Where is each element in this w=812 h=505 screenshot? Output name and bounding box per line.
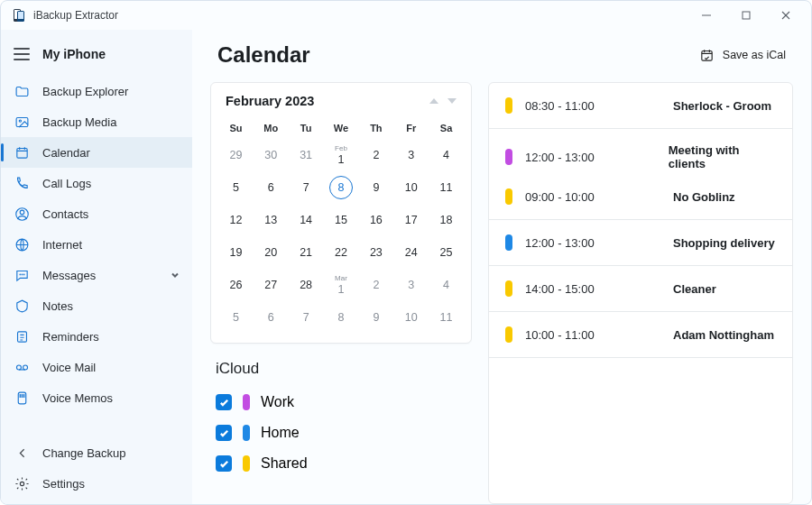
calendar-day[interactable]: 17 <box>393 204 429 236</box>
sidebar-item-backup-explorer[interactable]: Backup Explorer <box>1 76 192 106</box>
calendar-day[interactable]: 11 <box>429 171 464 204</box>
calendar-icon <box>14 144 30 161</box>
calendar-day[interactable]: 22 <box>324 236 359 269</box>
calendar-day[interactable]: 19 <box>218 236 254 269</box>
calendar-day[interactable]: 18 <box>429 204 464 236</box>
calendar-day[interactable]: 28 <box>289 269 324 301</box>
event-time: 09:00 - 10:00 <box>525 190 660 204</box>
sidebar-item-change-backup[interactable]: Change Backup <box>1 437 192 468</box>
hamburger-icon[interactable] <box>14 46 30 62</box>
note-icon <box>14 298 30 314</box>
maximize-button[interactable] <box>726 1 766 30</box>
calendar-day[interactable]: 14 <box>289 204 324 236</box>
calendar-day[interactable]: 3 <box>393 139 429 171</box>
event-day-group: 12:00 - 13:00Meeting with clients09:00 -… <box>489 129 792 220</box>
event-day-group: 14:00 - 15:00Cleaner <box>489 266 792 312</box>
calendar-day[interactable]: 16 <box>358 204 393 236</box>
svg-point-26 <box>23 396 24 397</box>
calendar-day[interactable]: Mar1 <box>324 269 359 301</box>
calendar-day[interactable]: 10 <box>393 301 429 334</box>
sidebar-item-voice-mail[interactable]: Voice Mail <box>1 352 192 382</box>
calendar-next-button[interactable] <box>448 98 457 104</box>
nav-list: Backup ExplorerBackup MediaCalendarCall … <box>1 76 192 437</box>
calendar-day[interactable]: 27 <box>254 269 289 301</box>
event-row[interactable]: 10:00 - 11:00Adam Nottingham <box>489 317 792 352</box>
sidebar-item-reminders[interactable]: Reminders <box>1 321 192 352</box>
calendar-day[interactable]: Feb1 <box>324 139 359 171</box>
event-row[interactable]: 12:00 - 13:00Meeting with clients <box>489 134 792 179</box>
nav-bottom: Change BackupSettings <box>1 437 192 504</box>
event-title: Cleaner <box>673 282 716 296</box>
calendar-day[interactable]: 3 <box>393 269 429 301</box>
calendar-day[interactable]: 5 <box>218 171 254 204</box>
svg-point-23 <box>23 394 24 395</box>
calendar-day[interactable]: 31 <box>289 139 324 171</box>
sidebar-item-backup-media[interactable]: Backup Media <box>1 106 192 137</box>
close-button[interactable] <box>766 1 806 30</box>
event-row[interactable]: 14:00 - 15:00Cleaner <box>489 271 792 306</box>
calendar-prev-button[interactable] <box>429 98 438 104</box>
sidebar-item-calendar[interactable]: Calendar <box>1 137 192 168</box>
calendar-name-label: Shared <box>261 455 308 472</box>
calendar-day[interactable]: 25 <box>429 236 464 269</box>
checkbox-icon[interactable] <box>216 394 232 410</box>
device-header[interactable]: My iPhone <box>1 34 192 74</box>
calendar-toggle-shared[interactable]: Shared <box>216 448 466 479</box>
calendar-toggle-work[interactable]: Work <box>216 387 466 418</box>
calendar-dow: We <box>324 117 359 139</box>
sidebar-item-settings[interactable]: Settings <box>1 468 192 499</box>
calendar-day[interactable]: 4 <box>429 269 464 301</box>
calendar-day[interactable]: 8 <box>324 171 359 204</box>
calendar-name-label: Work <box>261 394 294 410</box>
sidebar-item-voice-memos[interactable]: Voice Memos <box>1 382 192 413</box>
calendar-day[interactable]: 5 <box>218 301 254 334</box>
calendar-day[interactable]: 20 <box>254 236 289 269</box>
calendar-day[interactable]: 21 <box>289 236 324 269</box>
event-row[interactable]: 12:00 - 13:00Shopping delivery <box>489 225 792 260</box>
checkbox-icon[interactable] <box>216 425 232 441</box>
checkbox-icon[interactable] <box>216 455 232 472</box>
event-color-pill <box>505 234 512 251</box>
calendar-day[interactable]: 4 <box>429 139 464 171</box>
calendar-day[interactable]: 10 <box>393 171 429 204</box>
event-title: Sherlock - Groom <box>673 99 771 113</box>
calendar-day[interactable]: 13 <box>254 204 289 236</box>
events-list[interactable]: 08:30 - 11:00Sherlock - Groom12:00 - 13:… <box>488 82 793 504</box>
back-icon <box>14 445 30 461</box>
calendar-day[interactable]: 2 <box>358 269 393 301</box>
calendar-day[interactable]: 9 <box>358 171 393 204</box>
message-icon <box>14 267 30 283</box>
event-title: Adam Nottingham <box>673 328 774 342</box>
event-color-pill <box>505 97 512 114</box>
calendar-day[interactable]: 8 <box>324 301 359 334</box>
calendar-day[interactable]: 30 <box>254 139 289 171</box>
sidebar-item-contacts[interactable]: Contacts <box>1 198 192 229</box>
calendar-toggle-home[interactable]: Home <box>216 418 466 448</box>
sidebar-item-internet[interactable]: Internet <box>1 229 192 260</box>
sidebar-item-call-logs[interactable]: Call Logs <box>1 168 192 198</box>
event-row[interactable]: 08:30 - 11:00Sherlock - Groom <box>489 88 792 123</box>
calendar-day[interactable]: 26 <box>218 269 254 301</box>
voicemail-icon <box>14 359 30 375</box>
event-row[interactable]: 09:00 - 10:00No Goblinz <box>489 179 792 214</box>
save-as-ical-button[interactable]: Save as iCal <box>699 47 786 63</box>
calendar-day[interactable]: 7 <box>289 171 324 204</box>
calendar-day[interactable]: 6 <box>254 301 289 334</box>
calendar-day[interactable]: 24 <box>393 236 429 269</box>
calendar-day[interactable]: 12 <box>218 204 254 236</box>
calendar-dow: Tu <box>289 117 324 139</box>
calendar-day[interactable]: 9 <box>358 301 393 334</box>
calendar-day[interactable]: 15 <box>324 204 359 236</box>
sidebar-item-messages[interactable]: Messages <box>1 260 192 290</box>
calendar-day[interactable]: 6 <box>254 171 289 204</box>
sidebar-item-notes[interactable]: Notes <box>1 290 192 321</box>
calendar-day[interactable]: 2 <box>358 139 393 171</box>
calendar-day[interactable]: 7 <box>289 301 324 334</box>
calendar-day[interactable]: 29 <box>218 139 254 171</box>
main-panel: Calendar Save as iCal February 2023 <box>192 30 811 504</box>
mic-icon <box>14 390 30 406</box>
calendar-day[interactable]: 23 <box>358 236 393 269</box>
calendar-day[interactable]: 11 <box>429 301 464 334</box>
event-day-group: 08:30 - 11:00Sherlock - Groom <box>489 83 792 129</box>
minimize-button[interactable] <box>687 1 726 30</box>
